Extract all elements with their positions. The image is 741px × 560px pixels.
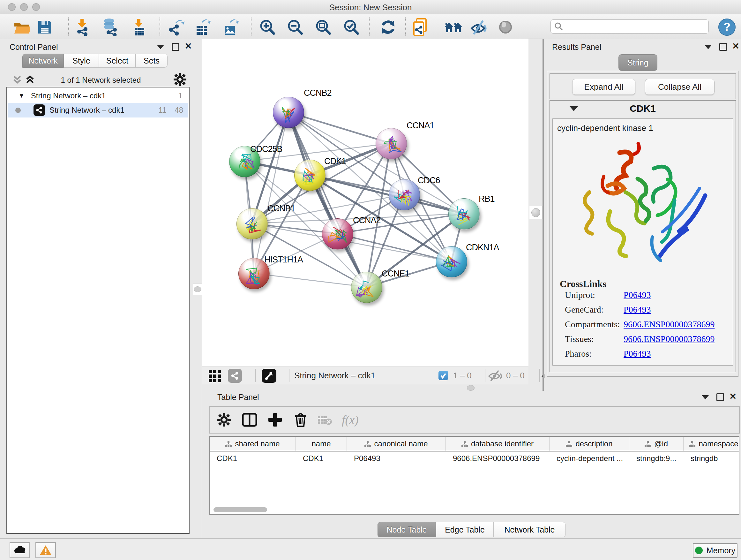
birdseye-view-icon[interactable]: [262, 369, 276, 383]
add-column-icon[interactable]: [264, 410, 286, 430]
column-header-description[interactable]: description: [549, 437, 629, 451]
table-row[interactable]: CDK1CDK1P064939606.ENSP00000378699cyclin…: [210, 451, 739, 465]
warning-icon: [39, 545, 52, 556]
tab-node-table[interactable]: Node Table: [378, 522, 436, 537]
show-columns-icon[interactable]: [239, 410, 261, 430]
control-panel-close-icon[interactable]: ✕: [185, 43, 192, 50]
network-label: String Network – cdk1: [50, 106, 125, 115]
node-label-CDC25B: CDC25B: [250, 144, 282, 154]
right-splitter-handle[interactable]: [529, 206, 542, 219]
cloud-status-button[interactable]: [10, 542, 30, 558]
network-row-selected[interactable]: String Network – cdk1 11 48: [8, 103, 188, 118]
export-network-icon[interactable]: [167, 18, 185, 36]
left-splitter-handle[interactable]: [193, 284, 202, 295]
table-cell[interactable]: P06493: [347, 451, 446, 465]
node-CCNB1[interactable]: [237, 208, 268, 240]
node-CDK1[interactable]: [294, 160, 326, 191]
warning-status-button[interactable]: [36, 542, 56, 558]
node-label-CCNA1: CCNA1: [407, 121, 434, 131]
column-header-shared-name[interactable]: shared name: [210, 437, 296, 451]
delete-column-icon[interactable]: [289, 410, 312, 430]
column-tree-icon: [461, 441, 468, 447]
tab-string[interactable]: String: [618, 54, 657, 71]
control-panel-menu-icon[interactable]: [157, 45, 164, 49]
tab-network[interactable]: Network: [22, 54, 64, 68]
crosslink-link[interactable]: P06493: [623, 305, 651, 315]
selected-checkbox-icon[interactable]: [439, 371, 448, 380]
table-panel-float-icon[interactable]: [717, 393, 724, 401]
tab-network-table[interactable]: Network Table: [494, 522, 565, 537]
tab-select[interactable]: Select: [99, 54, 136, 68]
show-all-hidden-icon[interactable]: [496, 18, 515, 36]
column-header-database-identifier[interactable]: database identifier: [446, 437, 549, 451]
results-panel-close-icon[interactable]: ✕: [732, 43, 739, 50]
help-icon[interactable]: ?: [718, 18, 736, 36]
table-cell[interactable]: 9606.ENSP00000378699: [446, 451, 549, 465]
table-cell[interactable]: CDK1: [296, 451, 347, 465]
table-cell[interactable]: stringdb: [684, 451, 741, 465]
grid-view-icon[interactable]: [208, 369, 221, 383]
network-view-toolbar: String Network – cdk1 1 – 0 0 – 0: [202, 367, 529, 384]
search-field[interactable]: [550, 19, 709, 34]
node-label-CDC6: CDC6: [418, 176, 440, 186]
collection-expand-icon[interactable]: ▼: [18, 92, 24, 99]
node-CCNA1[interactable]: [376, 128, 407, 159]
import-table-file-icon[interactable]: [130, 18, 148, 36]
fit-content-icon[interactable]: [314, 18, 332, 36]
node-CCNA2[interactable]: [322, 219, 353, 250]
control-panel-float-icon[interactable]: [172, 43, 179, 51]
table-cell[interactable]: CDK1: [210, 451, 296, 465]
node-CDKN1A[interactable]: [436, 246, 467, 277]
column-header-canonical-name[interactable]: canonical name: [347, 437, 446, 451]
crosslink-link[interactable]: 9606.ENSP00000378699: [623, 334, 715, 344]
expand-all-button[interactable]: Expand All: [572, 79, 635, 95]
results-panel-menu-icon[interactable]: [704, 45, 712, 49]
tab-edge-table[interactable]: Edge Table: [436, 522, 494, 537]
table-cell[interactable]: stringdb:9...: [629, 451, 684, 465]
search-input[interactable]: [563, 22, 705, 31]
results-panel-float-icon[interactable]: [719, 43, 727, 51]
collapse-all-button[interactable]: Collapse All: [645, 79, 715, 95]
column-header-namespace[interactable]: namespace: [684, 437, 741, 451]
table-cell[interactable]: cyclin-dependent ...: [549, 451, 629, 465]
node-CDC6[interactable]: [389, 179, 420, 210]
network-collection-row[interactable]: ▼ String Network – cdk1 1: [8, 89, 188, 103]
tab-sets[interactable]: Sets: [136, 54, 167, 68]
zoom-selected-icon[interactable]: [342, 18, 360, 36]
toggle-graphics-details-icon[interactable]: [444, 18, 462, 36]
import-network-database-icon[interactable]: [101, 18, 119, 36]
horizontal-splitter-handle[interactable]: [467, 385, 475, 391]
save-session-icon[interactable]: [36, 18, 54, 36]
column-header--id[interactable]: @id: [629, 437, 684, 451]
memory-button[interactable]: Memory: [693, 543, 738, 558]
network-tree: ▼ String Network – cdk1 1 String Network…: [6, 87, 190, 534]
crosslink-label: GeneCard:: [565, 305, 603, 315]
node-table[interactable]: shared namenamecanonical namedatabase id…: [209, 436, 739, 515]
hide-selected-icon[interactable]: [470, 18, 488, 36]
tab-style[interactable]: Style: [64, 54, 99, 68]
table-panel-close-icon[interactable]: ✕: [729, 393, 737, 400]
zoom-in-icon[interactable]: [259, 18, 276, 36]
network-edge-count: 48: [175, 106, 183, 115]
crosslink-link[interactable]: P06493: [623, 349, 651, 359]
apply-preferred-layout-icon[interactable]: [379, 18, 397, 36]
zoom-out-icon[interactable]: [286, 18, 304, 36]
export-image-icon[interactable]: [222, 18, 240, 36]
node-CCNB2[interactable]: [273, 97, 304, 128]
export-table-icon[interactable]: [194, 18, 212, 36]
network-options-gear-icon[interactable]: [173, 72, 187, 88]
select-first-neighbors-icon[interactable]: [412, 18, 430, 36]
horizontal-scrollbar[interactable]: [213, 507, 267, 512]
crosslink-link[interactable]: 9606.ENSP00000378699: [623, 319, 715, 329]
table-panel-menu-icon[interactable]: [702, 395, 709, 399]
column-header-name[interactable]: name: [296, 437, 347, 451]
import-network-file-icon[interactable]: [73, 18, 91, 36]
string-view-icon[interactable]: [228, 369, 242, 383]
table-settings-gear-icon[interactable]: [213, 410, 235, 430]
node-CCNE1[interactable]: [351, 272, 382, 303]
toolbar-separator: [485, 369, 485, 382]
open-session-icon[interactable]: [13, 18, 30, 36]
network-canvas[interactable]: CCNB2CCNA1CDC25BCDK1CDC6RB1CCNB1CCNA2CDK…: [202, 39, 529, 367]
crosslink-link[interactable]: P06493: [623, 290, 651, 300]
node-RB1[interactable]: [448, 198, 480, 230]
